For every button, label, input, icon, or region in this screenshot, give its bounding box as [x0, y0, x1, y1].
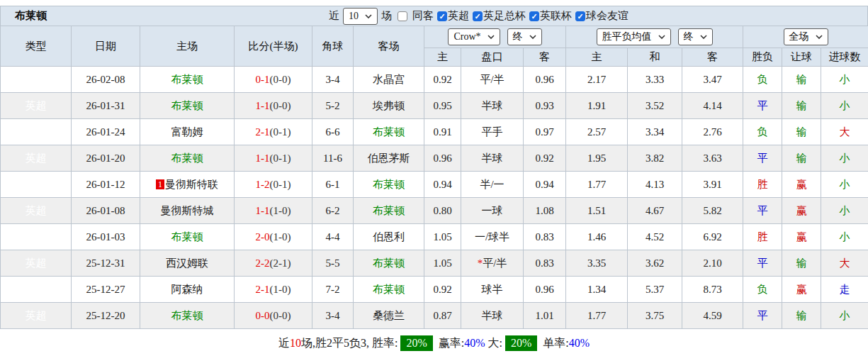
col-header-odds-away: 客: [524, 48, 566, 67]
home-team-name: 布莱顿: [171, 310, 203, 321]
avg-odds-away: 2.10: [682, 250, 743, 277]
avg-odds-home: 2.57: [566, 119, 628, 145]
half-time-score: (0-0): [270, 74, 291, 85]
home-team-cell: 布莱顿: [140, 303, 235, 329]
footer-count: 10: [290, 337, 301, 350]
full-time-score: 1-1: [256, 205, 270, 216]
bookmaker-stage-select[interactable]: 终: [507, 28, 542, 45]
handicap-line: *平/半: [461, 250, 524, 277]
handicap-odds-home: 0.92: [424, 67, 461, 93]
result-handicap: 输: [782, 250, 821, 277]
handicap-odds-home: 1.05: [424, 250, 461, 277]
avg-odds-select[interactable]: 胜平负均值: [597, 28, 671, 45]
filter-label: 英联杯: [540, 9, 572, 23]
result-win-draw-loss: 负: [743, 277, 782, 303]
result-handicap: 输: [782, 145, 821, 172]
avg-odds-draw: 4.52: [628, 224, 682, 250]
avg-odds-away: 6.92: [682, 224, 743, 250]
avg-stage-value: 终: [684, 30, 694, 43]
chevron-down-icon: [816, 35, 823, 39]
match-count-value: 10: [349, 11, 359, 22]
checkbox-checked-icon[interactable]: ✓: [575, 11, 585, 21]
result-win-draw-loss: 负: [743, 119, 782, 145]
col-header-odds-home: 主: [424, 48, 461, 67]
col-header-date: 日期: [72, 26, 140, 67]
avg-stage-select[interactable]: 终: [678, 28, 713, 45]
scope-select-group: 全场: [743, 26, 868, 48]
col-header-handicap: 让球: [782, 48, 821, 67]
page-title: 布莱顿: [1, 9, 47, 23]
avg-odds-value: 胜平负均值: [602, 30, 652, 43]
handicap-odds-away: 1.01: [524, 303, 566, 329]
matches-label: 场: [381, 9, 392, 23]
match-row: 英超26-01-20布莱顿1-1(0-1)11-6伯恩茅斯0.96半球0.921…: [1, 145, 868, 172]
home-team-cell: 阿森纳: [140, 277, 235, 303]
home-team-cell: 富勒姆: [140, 119, 235, 145]
corners-cell: 3-4: [312, 67, 354, 93]
filter-item: 同客: [398, 9, 434, 23]
home-team-name: 布莱顿: [171, 74, 203, 85]
checkbox-unchecked-icon[interactable]: [398, 11, 407, 21]
handicap-line-text: 半球: [482, 310, 503, 321]
score-cell: 0-1(0-0): [235, 67, 312, 93]
avg-odds-away: 3.91: [682, 172, 743, 198]
away-team-cell: 布莱顿: [354, 198, 424, 224]
scope-value: 全场: [789, 30, 809, 43]
home-team-cell: 布莱顿: [140, 67, 235, 93]
avg-odds-home: 1.91: [566, 93, 628, 119]
result-win-draw-loss: 胜: [743, 172, 782, 198]
score-cell: 1-2(0-1): [235, 172, 312, 198]
avg-odds-home: 2.17: [566, 67, 628, 93]
match-date: 26-02-08: [72, 67, 140, 93]
match-row: 英超25-12-27阿森纳2-1(1-0)7-2布莱顿0.92球半0.961.3…: [1, 277, 868, 303]
home-team-cell: 西汉姆联: [140, 250, 235, 277]
score-cell: 0-0(0-0): [235, 303, 312, 329]
checkbox-checked-icon[interactable]: ✓: [437, 11, 447, 21]
league-type-badge: 英超: [1, 93, 72, 119]
avg-odds-home: 1.46: [566, 224, 628, 250]
corners-cell: 4-4: [312, 224, 354, 250]
chevron-down-icon: [487, 35, 495, 39]
avg-odds-draw: 5.37: [628, 277, 682, 303]
corners-cell: 7-2: [312, 277, 354, 303]
half-time-score: (2-1): [270, 257, 291, 269]
chevron-down-icon: [658, 35, 665, 39]
checkbox-checked-icon[interactable]: ✓: [529, 11, 539, 21]
away-team-cell: 布莱顿: [354, 250, 424, 277]
result-win-draw-loss: 平: [743, 250, 782, 277]
footer-handicap-value: 40%: [464, 337, 485, 350]
league-type-badge: 英超: [1, 198, 72, 224]
handicap-odds-home: 0.91: [424, 119, 461, 145]
avg-odds-draw: 3.52: [628, 93, 682, 119]
match-count-select[interactable]: 10: [343, 8, 378, 25]
handicap-line-text: 一球: [482, 205, 503, 216]
full-time-score: 0-1: [256, 74, 270, 85]
footer-big-label: 大:: [485, 336, 502, 351]
result-handicap: 赢: [782, 172, 821, 198]
away-team-cell: 布莱顿: [354, 119, 424, 145]
avg-odds-draw: 4.13: [628, 172, 682, 198]
away-team-cell: 桑德兰: [354, 303, 424, 329]
handicap-odds-away: 0.92: [524, 145, 566, 172]
result-win-draw-loss: 平: [743, 93, 782, 119]
avg-odds-home: 1.77: [566, 303, 628, 329]
full-time-score: 1-2: [256, 179, 270, 190]
scope-select[interactable]: 全场: [784, 28, 828, 45]
bookmaker-select[interactable]: Crow*: [448, 28, 500, 45]
handicap-odds-away: 0.96: [524, 67, 566, 93]
corners-cell: 6-6: [312, 119, 354, 145]
handicap-line: 平/半: [461, 67, 524, 93]
avg-odds-away: 8.73: [682, 277, 743, 303]
result-goals: 大: [821, 250, 868, 277]
avg-odds-home: 3.35: [566, 250, 628, 277]
title-bar: 布莱顿 近 10 场 同客✓英超✓英足总杯✓英联杯✓球会友谊: [0, 6, 868, 26]
checkbox-checked-icon[interactable]: ✓: [473, 11, 483, 21]
away-team-name: 埃弗顿: [373, 100, 405, 111]
handicap-line: 球半: [461, 277, 524, 303]
handicap-odds-home: 0.87: [424, 303, 461, 329]
handicap-line-text: 半/一: [480, 179, 504, 190]
result-win-draw-loss: 胜: [743, 224, 782, 250]
half-time-score: (0-1): [270, 126, 291, 138]
result-goals: 小: [821, 93, 868, 119]
handicap-odds-away: 0.94: [524, 172, 566, 198]
